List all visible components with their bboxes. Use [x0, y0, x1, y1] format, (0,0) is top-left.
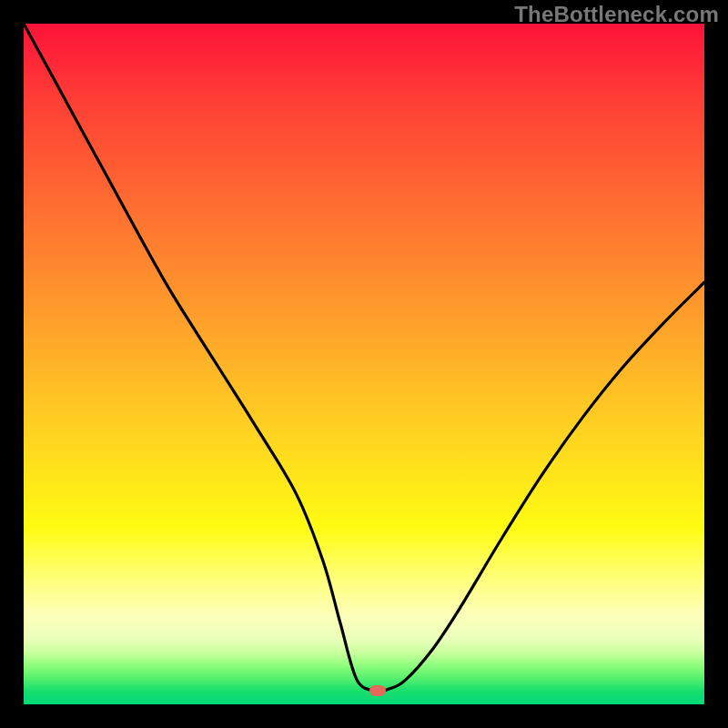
bottleneck-curve — [24, 24, 704, 704]
optimum-marker — [369, 685, 386, 696]
plot-area — [24, 24, 704, 704]
chart-frame: TheBottleneck.com — [0, 0, 728, 728]
watermark-text: TheBottleneck.com — [514, 2, 719, 27]
